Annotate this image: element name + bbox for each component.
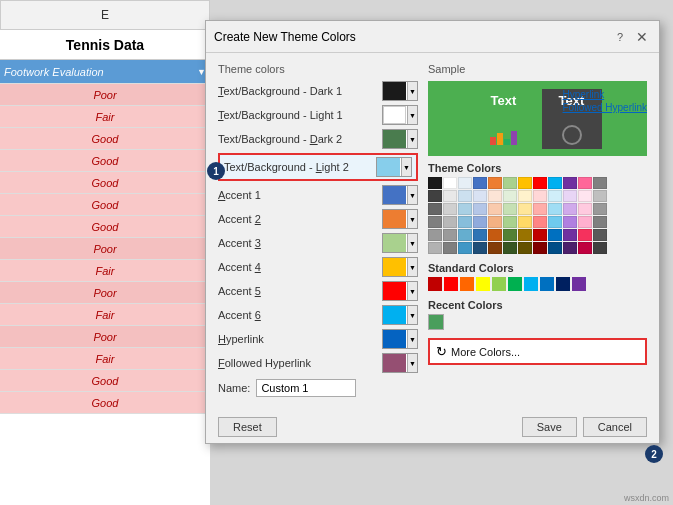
color-cell[interactable] <box>503 216 517 228</box>
reset-button[interactable]: Reset <box>218 417 277 437</box>
accent4-swatch[interactable]: ▼ <box>382 257 418 277</box>
color-cell[interactable] <box>428 177 442 189</box>
color-cell[interactable] <box>428 229 442 241</box>
light1-swatch[interactable]: ▼ <box>382 105 418 125</box>
dark1-swatch[interactable]: ▼ <box>382 81 418 101</box>
color-cell[interactable] <box>428 216 442 228</box>
color-cell[interactable] <box>443 177 457 189</box>
color-cell[interactable] <box>578 203 592 215</box>
color-cell[interactable] <box>563 216 577 228</box>
color-cell[interactable] <box>503 229 517 241</box>
color-cell[interactable] <box>593 190 607 202</box>
color-cell[interactable] <box>443 229 457 241</box>
more-colors-row[interactable]: ↻ More Colors... <box>428 338 647 365</box>
color-cell[interactable] <box>473 216 487 228</box>
color-cell[interactable] <box>503 177 517 189</box>
color-cell[interactable] <box>548 190 562 202</box>
dark2-arrow[interactable]: ▼ <box>407 130 417 148</box>
standard-color-cell[interactable] <box>508 277 522 291</box>
color-cell[interactable] <box>533 229 547 241</box>
save-button[interactable]: Save <box>522 417 577 437</box>
hyperlink-arrow[interactable]: ▼ <box>407 330 417 348</box>
color-cell[interactable] <box>458 216 472 228</box>
cancel-button[interactable]: Cancel <box>583 417 647 437</box>
standard-color-cell[interactable] <box>492 277 506 291</box>
hyperlink-sample[interactable]: Hyperlink <box>563 89 647 100</box>
color-cell[interactable] <box>473 177 487 189</box>
color-cell[interactable] <box>443 203 457 215</box>
accent1-swatch[interactable]: ▼ <box>382 185 418 205</box>
accent2-swatch[interactable]: ▼ <box>382 209 418 229</box>
color-cell[interactable] <box>518 229 532 241</box>
color-cell[interactable] <box>533 216 547 228</box>
standard-color-cell[interactable] <box>524 277 538 291</box>
color-cell[interactable] <box>563 242 577 254</box>
color-cell[interactable] <box>593 229 607 241</box>
accent3-swatch[interactable]: ▼ <box>382 233 418 253</box>
dark1-arrow[interactable]: ▼ <box>407 82 417 100</box>
color-cell[interactable] <box>473 190 487 202</box>
color-cell[interactable] <box>503 242 517 254</box>
color-cell[interactable] <box>473 203 487 215</box>
light2-arrow[interactable]: ▼ <box>401 158 411 176</box>
color-cell[interactable] <box>518 190 532 202</box>
color-cell[interactable] <box>533 190 547 202</box>
followed-hyperlink-swatch[interactable]: ▼ <box>382 353 418 373</box>
color-cell[interactable] <box>488 216 502 228</box>
color-cell[interactable] <box>428 242 442 254</box>
accent3-arrow[interactable]: ▼ <box>407 234 417 252</box>
color-cell[interactable] <box>563 229 577 241</box>
color-cell[interactable] <box>458 229 472 241</box>
followed-hyperlink-arrow[interactable]: ▼ <box>407 354 417 372</box>
color-cell[interactable] <box>503 190 517 202</box>
color-cell[interactable] <box>488 242 502 254</box>
accent2-arrow[interactable]: ▼ <box>407 210 417 228</box>
color-cell[interactable] <box>593 242 607 254</box>
color-cell[interactable] <box>458 242 472 254</box>
color-cell[interactable] <box>593 216 607 228</box>
standard-color-cell[interactable] <box>556 277 570 291</box>
color-cell[interactable] <box>503 203 517 215</box>
dark2-swatch[interactable]: ▼ <box>382 129 418 149</box>
followed-hyperlink-sample[interactable]: Followed Hyperlink <box>563 102 647 113</box>
color-cell[interactable] <box>518 242 532 254</box>
color-cell[interactable] <box>563 203 577 215</box>
hyperlink-swatch[interactable]: ▼ <box>382 329 418 349</box>
accent1-arrow[interactable]: ▼ <box>407 186 417 204</box>
accent6-arrow[interactable]: ▼ <box>407 306 417 324</box>
recent-color-swatch[interactable] <box>428 314 444 330</box>
light2-swatch[interactable]: ▼ <box>376 157 412 177</box>
accent5-arrow[interactable]: ▼ <box>407 282 417 300</box>
color-cell[interactable] <box>548 229 562 241</box>
color-cell[interactable] <box>578 177 592 189</box>
col-header-selected[interactable]: Footwork Evaluation ▼ <box>0 60 210 84</box>
color-cell[interactable] <box>548 177 562 189</box>
color-cell[interactable] <box>548 203 562 215</box>
color-cell[interactable] <box>578 242 592 254</box>
color-cell[interactable] <box>488 203 502 215</box>
help-button[interactable]: ? <box>611 28 629 46</box>
color-cell[interactable] <box>593 177 607 189</box>
color-cell[interactable] <box>563 177 577 189</box>
standard-color-cell[interactable] <box>460 277 474 291</box>
standard-color-cell[interactable] <box>428 277 442 291</box>
color-cell[interactable] <box>548 242 562 254</box>
color-cell[interactable] <box>593 203 607 215</box>
standard-color-cell[interactable] <box>444 277 458 291</box>
close-button[interactable]: ✕ <box>633 28 651 46</box>
color-cell[interactable] <box>563 190 577 202</box>
standard-color-cell[interactable] <box>540 277 554 291</box>
color-cell[interactable] <box>533 203 547 215</box>
color-cell[interactable] <box>578 229 592 241</box>
color-cell[interactable] <box>473 242 487 254</box>
name-input[interactable] <box>256 379 356 397</box>
standard-color-cell[interactable] <box>476 277 490 291</box>
accent4-arrow[interactable]: ▼ <box>407 258 417 276</box>
color-cell[interactable] <box>443 216 457 228</box>
color-cell[interactable] <box>488 177 502 189</box>
color-cell[interactable] <box>578 190 592 202</box>
color-cell[interactable] <box>428 190 442 202</box>
accent5-swatch[interactable]: ▼ <box>382 281 418 301</box>
accent6-swatch[interactable]: ▼ <box>382 305 418 325</box>
color-cell[interactable] <box>443 242 457 254</box>
